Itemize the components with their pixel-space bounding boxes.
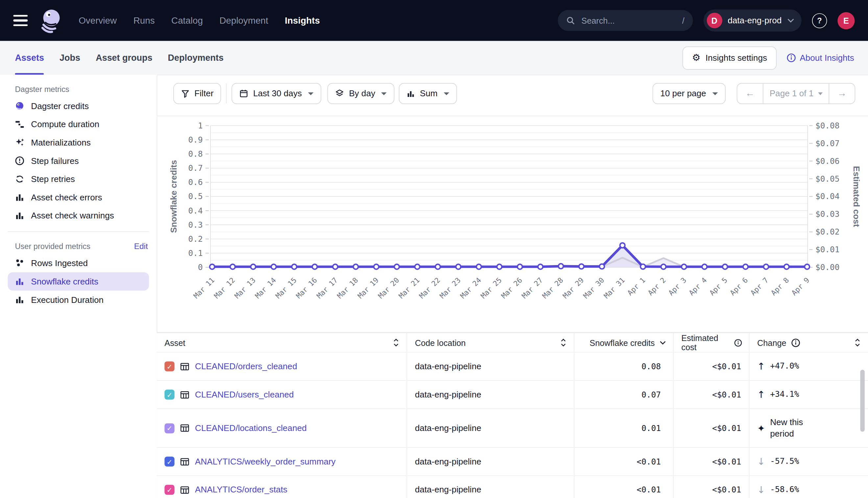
cost-cell: <$0.01: [673, 381, 749, 408]
change-cell: ↑ +34.1%: [749, 381, 868, 408]
cost-cell: <$0.01: [673, 409, 749, 447]
info-icon: [787, 53, 796, 63]
code-location-cell: data-eng-pipeline: [407, 448, 574, 475]
page-indicator[interactable]: Page 1 of 1: [763, 83, 829, 104]
svg-text:Mar 11: Mar 11: [192, 276, 216, 300]
help-icon[interactable]: ?: [812, 13, 827, 28]
tab-assets[interactable]: Assets: [15, 41, 44, 75]
svg-text:0.2: 0.2: [188, 234, 203, 244]
table-row: CLEANED/users_cleaned data-eng-pipeline …: [157, 381, 868, 409]
asset-link[interactable]: CLEANED/users_cleaned: [195, 390, 294, 399]
about-insights-link[interactable]: About Insights: [787, 53, 854, 63]
bar-chart-icon: [15, 277, 24, 286]
arrow-down-icon: ↓: [757, 456, 765, 467]
insights-settings-button[interactable]: ⚙ Insights settings: [682, 46, 776, 70]
asset-link[interactable]: ANALYTICS/weekly_order_summary: [195, 457, 336, 467]
org-switcher[interactable]: D data-eng-prod: [703, 10, 802, 31]
column-header-snowflake-credits[interactable]: Snowflake credits: [574, 333, 673, 352]
insights-page: Overview Runs Catalog Deployment Insight…: [0, 0, 868, 498]
sidebar-item-rows-ingested[interactable]: Rows Ingested: [8, 254, 149, 272]
nav-item-insights[interactable]: Insights: [285, 15, 320, 26]
info-icon: [791, 338, 800, 348]
dagster-logo[interactable]: [38, 8, 63, 33]
svg-text:Mar 24: Mar 24: [459, 276, 483, 300]
table-row: ANALYTICS/order_stats data-eng-pipeline …: [157, 476, 868, 498]
granularity-dropdown[interactable]: By day: [328, 83, 395, 104]
tab-jobs[interactable]: Jobs: [60, 41, 80, 75]
cost-cell: <$0.01: [673, 476, 749, 498]
pagination: ← Page 1 of 1 →: [737, 83, 855, 104]
svg-text:Mar 25: Mar 25: [479, 276, 503, 300]
arrow-up-icon: ↑: [757, 361, 765, 372]
svg-text:Mar 31: Mar 31: [602, 276, 627, 300]
svg-text:Apr 8: Apr 8: [769, 276, 790, 297]
sidebar-item-execution-duration[interactable]: Execution Duration: [8, 290, 149, 309]
sidebar-item-asset-check-errors[interactable]: Asset check errors: [8, 188, 149, 207]
bar-chart-icon: [15, 211, 24, 220]
chart-controls: Filter Last 30 days By day: [157, 75, 868, 116]
chevron-down-icon: [787, 18, 794, 23]
next-page-button[interactable]: →: [829, 83, 855, 104]
nav-item-overview[interactable]: Overview: [79, 15, 117, 26]
tab-asset-groups[interactable]: Asset groups: [96, 41, 152, 75]
per-page-dropdown[interactable]: 10 per page: [653, 83, 726, 104]
svg-text:$0.03: $0.03: [815, 209, 839, 219]
change-cell: ↓ -58.6%: [749, 476, 868, 498]
prev-page-button[interactable]: ←: [737, 83, 763, 104]
row-checkbox-checked[interactable]: [164, 423, 174, 433]
nav-item-catalog[interactable]: Catalog: [171, 15, 203, 26]
sparkle-icon: [15, 138, 24, 147]
row-checkbox-checked[interactable]: [164, 361, 174, 371]
search-shortcut-hint: /: [682, 16, 685, 25]
chevron-down-icon: [308, 92, 314, 95]
row-checkbox-checked[interactable]: [164, 457, 174, 467]
date-range-dropdown[interactable]: Last 30 days: [231, 83, 321, 104]
svg-text:0: 0: [198, 262, 203, 272]
row-checkbox-checked[interactable]: [164, 485, 174, 495]
credits-cell: <0.01: [574, 476, 673, 498]
tab-deployments[interactable]: Deployments: [168, 41, 224, 75]
sidebar-item-step-failures[interactable]: Step failures: [8, 152, 149, 170]
sort-icon[interactable]: [560, 338, 567, 347]
search-input[interactable]: [580, 15, 677, 26]
asset-link[interactable]: CLEANED/locations_cleaned: [195, 423, 307, 433]
table-asset-icon: [180, 390, 190, 399]
sidebar-item-snowflake-credits[interactable]: Snowflake credits: [8, 272, 149, 291]
user-avatar[interactable]: E: [838, 12, 855, 29]
sort-icon[interactable]: [854, 338, 861, 347]
sort-desc-icon[interactable]: [659, 340, 666, 345]
asset-link[interactable]: ANALYTICS/order_stats: [195, 485, 288, 495]
filter-button[interactable]: Filter: [173, 83, 221, 104]
svg-text:$0.01: $0.01: [815, 245, 839, 254]
sort-icon[interactable]: [392, 338, 400, 347]
bar-chart-icon: [407, 89, 415, 97]
aggregation-dropdown[interactable]: Sum: [399, 83, 457, 104]
svg-text:0.6: 0.6: [188, 178, 203, 187]
sidebar-item-compute-duration[interactable]: Compute duration: [8, 115, 149, 133]
search-box[interactable]: /: [558, 10, 693, 31]
sidebar-item-asset-check-warnings[interactable]: Asset check warnings: [8, 206, 149, 225]
column-header-code-location[interactable]: Code location: [407, 333, 574, 352]
scrollbar-thumb[interactable]: [860, 369, 864, 432]
credits-cell: 0.07: [574, 381, 673, 408]
sidebar-item-step-retries[interactable]: Step retries: [8, 170, 149, 188]
code-location-cell: data-eng-pipeline: [407, 409, 574, 447]
column-header-estimated-cost[interactable]: Estimated cost: [673, 333, 749, 352]
info-icon: [734, 338, 742, 348]
column-header-asset[interactable]: Asset: [157, 333, 407, 352]
svg-text:Snowflake credits: Snowflake credits: [169, 160, 179, 233]
nav-item-runs[interactable]: Runs: [133, 15, 155, 26]
table-asset-icon: [180, 362, 190, 371]
edit-metrics-link[interactable]: Edit: [134, 242, 148, 251]
sidebar-item-materializations[interactable]: Materializations: [8, 133, 149, 152]
asset-link[interactable]: CLEANED/orders_cleaned: [195, 361, 297, 371]
row-checkbox-checked[interactable]: [164, 390, 174, 399]
sidebar-item-dagster-credits[interactable]: Dagster credits: [8, 97, 149, 115]
column-header-change[interactable]: Change: [749, 333, 868, 352]
table-row: ANALYTICS/weekly_order_summary data-eng-…: [157, 448, 868, 476]
svg-text:Mar 29: Mar 29: [561, 276, 586, 300]
retry-icon: [15, 174, 24, 184]
hamburger-menu-icon[interactable]: [13, 15, 28, 26]
svg-text:Apr 2: Apr 2: [647, 276, 667, 297]
nav-item-deployment[interactable]: Deployment: [219, 15, 268, 26]
